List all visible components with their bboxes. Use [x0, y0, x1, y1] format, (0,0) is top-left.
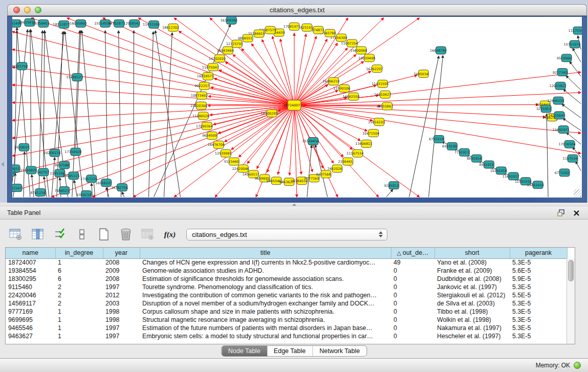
- function-builder-button[interactable]: f(x): [162, 227, 178, 242]
- table-cell[interactable]: 18300295: [6, 275, 55, 283]
- table-cell[interactable]: 2012: [103, 291, 140, 299]
- table-row[interactable]: 946554611997Estimation of the future num…: [6, 324, 567, 332]
- table-cell[interactable]: 49: [391, 258, 434, 267]
- table-cell[interactable]: 5.3E-5: [510, 308, 567, 316]
- table-cell[interactable]: 2008: [103, 258, 140, 267]
- table-cell[interactable]: 5.6E-5: [510, 267, 567, 275]
- column-header-short[interactable]: short: [434, 248, 510, 258]
- table-cell[interactable]: 6: [55, 267, 103, 275]
- table-cell[interactable]: Tourette syndrome. Phenomenology and cla…: [140, 283, 391, 291]
- table-cell[interactable]: 1: [55, 332, 103, 340]
- edge[interactable]: [82, 31, 95, 197]
- table-cell[interactable]: 14569117: [6, 299, 55, 308]
- edge[interactable]: [24, 152, 25, 197]
- column-header-in_degree[interactable]: in_degree: [55, 248, 103, 258]
- edge[interactable]: [30, 30, 31, 166]
- column-header-out_de[interactable]: △out_de…: [391, 248, 434, 258]
- edge[interactable]: [386, 189, 393, 197]
- table-cell[interactable]: Yano et al. (2008): [434, 258, 510, 267]
- edge[interactable]: [294, 105, 343, 157]
- edge[interactable]: [105, 31, 108, 197]
- edge[interactable]: [294, 95, 379, 105]
- table-cell[interactable]: 0: [391, 299, 434, 308]
- table-cell[interactable]: 2003: [103, 299, 140, 308]
- column-header-year[interactable]: year: [103, 248, 140, 258]
- float-panel-icon[interactable]: [557, 209, 565, 216]
- table-cell[interactable]: 18724007: [6, 258, 55, 267]
- table-cell[interactable]: Dudbridge et al. (2008): [434, 275, 510, 283]
- citation-network-graph[interactable]: 1872400716055867126104271143150516262207…: [12, 17, 582, 198]
- table-cell[interactable]: Changes of HCN gene expression and I(f) …: [140, 258, 391, 267]
- edge[interactable]: [294, 105, 367, 131]
- table-cell[interactable]: 5.3E-5: [510, 258, 567, 267]
- table-cell[interactable]: 1998: [103, 308, 140, 316]
- table-cell[interactable]: 5.3E-5: [510, 283, 567, 291]
- edge[interactable]: [12, 49, 294, 105]
- edge[interactable]: [93, 105, 294, 197]
- table-cell[interactable]: 9465546: [6, 324, 55, 332]
- edge[interactable]: [294, 105, 334, 163]
- edge[interactable]: [294, 105, 538, 105]
- network-canvas[interactable]: 1872400716055867126104271143150516262207…: [12, 17, 582, 198]
- edge[interactable]: [294, 105, 581, 154]
- edge[interactable]: [213, 105, 294, 125]
- edge[interactable]: [547, 114, 548, 197]
- table-cell[interactable]: 5.5E-5: [510, 291, 567, 299]
- table-cell[interactable]: 9777169: [6, 308, 55, 316]
- table-row[interactable]: 2242004622012Investigating the contribut…: [6, 291, 567, 299]
- edge[interactable]: [294, 36, 316, 105]
- table-row[interactable]: 977716911998Corpus callosum shape and si…: [6, 308, 567, 316]
- table-cell[interactable]: Hescheler et al. (1997): [434, 332, 510, 340]
- table-cell[interactable]: 1: [55, 324, 103, 332]
- edge[interactable]: [52, 105, 294, 197]
- table-cell[interactable]: Tibbo et al. (1998): [434, 308, 510, 316]
- edge[interactable]: [429, 55, 443, 197]
- table-cell[interactable]: 5.3E-5: [510, 316, 567, 324]
- edge[interactable]: [43, 31, 45, 168]
- table-cell[interactable]: Stergiakouli et al. (2012): [434, 291, 510, 299]
- table-cell[interactable]: 2: [55, 283, 103, 291]
- window-resize-grip[interactable]: [574, 189, 581, 197]
- edge[interactable]: [576, 162, 581, 171]
- table-cell[interactable]: 1997: [103, 283, 140, 291]
- table-cell[interactable]: 6: [55, 275, 103, 283]
- column-visibility-button[interactable]: [30, 227, 46, 242]
- edge[interactable]: [570, 61, 581, 76]
- left-panel-collapse-icon[interactable]: [1, 162, 4, 167]
- table-row[interactable]: 1872400712008Changes of HCN gene express…: [6, 258, 567, 267]
- table-cell[interactable]: 9463627: [6, 332, 55, 340]
- table-cell[interactable]: 9699695: [6, 316, 55, 324]
- table-mode-button[interactable]: [8, 227, 24, 242]
- table-cell[interactable]: Jankovic et al. (1997): [434, 283, 510, 291]
- table-cell[interactable]: 5.3E-5: [510, 332, 567, 340]
- select-all-button[interactable]: [52, 227, 68, 242]
- edge[interactable]: [149, 32, 154, 197]
- tab-edge-table[interactable]: Edge Table: [267, 346, 312, 356]
- table-cell[interactable]: 0: [391, 308, 434, 316]
- table-row[interactable]: 911546021997Tourette syndrome. Phenomeno…: [6, 283, 567, 291]
- table-cell[interactable]: Estimation of the future numbers of pati…: [140, 324, 391, 332]
- delete-column-button[interactable]: [118, 227, 134, 242]
- scrollbar-thumb[interactable]: [568, 260, 574, 281]
- table-cell[interactable]: Franke et al. (2009): [434, 267, 510, 275]
- table-cell[interactable]: Estimation of significance thresholds fo…: [140, 275, 391, 283]
- table-row[interactable]: 1830029562008Estimation of significance …: [6, 275, 567, 283]
- table-cell[interactable]: 0: [391, 332, 434, 340]
- table-cell[interactable]: 0: [391, 316, 434, 324]
- column-header-name[interactable]: name: [6, 248, 55, 258]
- table-cell[interactable]: 1998: [103, 316, 140, 324]
- network-window-titlebar[interactable]: citations_edges.txt: [7, 4, 587, 16]
- table-cell[interactable]: Disruption of a novel member of a sodium…: [140, 299, 391, 308]
- edge[interactable]: [294, 105, 546, 117]
- edge[interactable]: [307, 145, 312, 197]
- table-cell[interactable]: 1997: [103, 332, 140, 340]
- horizontal-splitter[interactable]: [0, 203, 588, 207]
- edge[interactable]: [119, 31, 121, 197]
- table-cell[interactable]: 0: [391, 283, 434, 291]
- table-cell[interactable]: 2: [55, 299, 103, 308]
- edge[interactable]: [566, 76, 581, 90]
- edge[interactable]: [12, 32, 294, 105]
- table-cell[interactable]: Nakamura et al. (1997): [434, 324, 510, 332]
- tab-node-table[interactable]: Node Table: [222, 346, 267, 356]
- column-header-title[interactable]: title: [140, 248, 391, 258]
